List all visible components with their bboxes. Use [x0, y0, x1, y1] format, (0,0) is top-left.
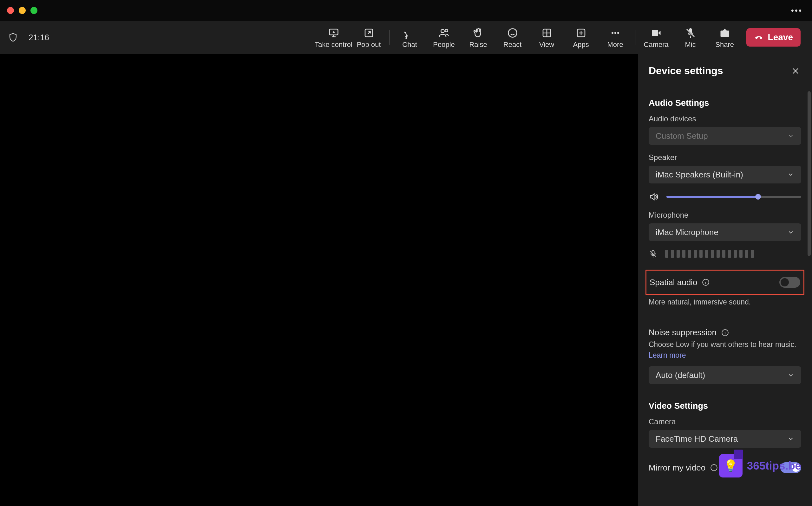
chevron-down-icon [787, 171, 794, 178]
pop-out-label: Pop out [357, 40, 381, 49]
panel-scrollbar[interactable] [808, 91, 811, 256]
emoji-icon [507, 27, 518, 39]
meeting-timer: 21:16 [28, 33, 49, 43]
speaker-volume-icon[interactable] [649, 192, 659, 202]
more-label: More [607, 40, 623, 49]
info-icon[interactable] [701, 278, 710, 286]
react-button[interactable]: React [495, 24, 530, 51]
camera-toggle-button[interactable]: Camera [639, 24, 673, 51]
minimize-window-button[interactable] [19, 7, 26, 14]
chevron-down-icon [787, 372, 794, 378]
microphone-label: Microphone [649, 211, 801, 220]
speaker-value: iMac Speakers (Built-in) [656, 170, 743, 180]
spatial-audio-label: Spatial audio [650, 277, 697, 287]
mic-level-meter [665, 250, 754, 258]
info-icon[interactable] [710, 463, 718, 472]
grid-icon [541, 27, 552, 39]
chevron-down-icon [787, 435, 794, 442]
raise-hand-button[interactable]: Raise [461, 24, 495, 51]
meeting-toolbar: 21:16 Take control Pop out Chat People R… [0, 21, 812, 54]
video-stage [0, 54, 637, 506]
pop-out-button[interactable]: Pop out [352, 24, 386, 51]
noise-desc-text: Choose Low if you want others to hear mu… [649, 340, 796, 348]
camera-label: Camera [644, 40, 668, 49]
watermark: 💡 365tips.be [719, 454, 801, 478]
share-button[interactable]: Share [707, 24, 742, 51]
chevron-down-icon [787, 133, 794, 140]
close-icon[interactable] [791, 67, 800, 75]
svg-point-2 [441, 29, 445, 33]
shield-icon[interactable] [8, 32, 18, 43]
window-titlebar: ••• [0, 0, 812, 21]
mic-level-row [649, 249, 801, 258]
mic-toggle-button[interactable]: Mic [673, 24, 707, 51]
camera-value: FaceTime HD Camera [656, 434, 738, 444]
audio-section-title: Audio Settings [649, 98, 801, 108]
leave-label: Leave [768, 32, 793, 43]
chat-label: Chat [402, 40, 417, 49]
titlebar-more-icon[interactable]: ••• [791, 6, 803, 15]
people-button[interactable]: People [427, 24, 461, 51]
maximize-window-button[interactable] [30, 7, 38, 14]
audio-devices-select[interactable]: Custom Setup [649, 127, 801, 145]
chevron-down-icon [787, 229, 794, 236]
microphone-select[interactable]: iMac Microphone [649, 223, 801, 241]
panel-body: Audio Settings Audio devices Custom Setu… [638, 88, 812, 506]
svg-point-3 [445, 29, 448, 32]
pop-out-icon [363, 27, 375, 39]
apps-label: Apps [573, 40, 589, 49]
slider-thumb[interactable] [755, 194, 761, 199]
mic-muted-icon[interactable] [649, 249, 658, 258]
svg-point-8 [614, 32, 616, 34]
react-label: React [503, 40, 522, 49]
device-settings-panel: Device settings Audio Settings Audio dev… [637, 54, 812, 506]
speaker-volume-slider[interactable] [666, 196, 801, 198]
raise-hand-icon [473, 27, 484, 39]
take-control-button[interactable]: Take control [316, 24, 352, 51]
camera-select[interactable]: FaceTime HD Camera [649, 430, 801, 448]
view-button[interactable]: View [530, 24, 564, 51]
chat-button[interactable]: Chat [393, 24, 427, 51]
share-label: Share [715, 40, 734, 49]
speaker-volume-row [649, 192, 801, 202]
microphone-value: iMac Microphone [656, 228, 719, 237]
content-area: Device settings Audio Settings Audio dev… [0, 54, 812, 506]
panel-title: Device settings [649, 65, 723, 77]
noise-suppression-label: Noise suppression [649, 328, 717, 337]
audio-devices-label: Audio devices [649, 114, 801, 123]
hangup-icon [754, 33, 763, 42]
info-icon[interactable] [721, 329, 729, 337]
video-section-title: Video Settings [649, 401, 801, 411]
svg-point-7 [612, 32, 613, 34]
panel-header: Device settings [638, 54, 812, 88]
noise-suppression-select[interactable]: Auto (default) [649, 366, 801, 384]
lightbulb-icon: 💡 [724, 459, 738, 473]
view-label: View [539, 40, 554, 49]
audio-devices-value: Custom Setup [656, 131, 708, 141]
spatial-audio-row: Spatial audio [646, 270, 804, 295]
spatial-audio-desc: More natural, immersive sound. [649, 297, 801, 307]
camera-label: Camera [649, 417, 801, 426]
ellipsis-icon [610, 27, 621, 39]
noise-suppression-desc: Choose Low if you want others to hear mu… [649, 339, 801, 360]
share-tray-icon [719, 27, 731, 39]
slider-fill [666, 196, 758, 198]
spatial-audio-toggle[interactable] [779, 277, 800, 288]
watermark-logo: 💡 [719, 454, 743, 478]
mic-label: Mic [685, 40, 695, 49]
learn-more-link[interactable]: Learn more [649, 351, 686, 359]
traffic-lights [7, 7, 38, 14]
speaker-select[interactable]: iMac Speakers (Built-in) [649, 166, 801, 183]
people-label: People [433, 40, 455, 49]
close-window-button[interactable] [7, 7, 14, 14]
watermark-text: 365tips.be [747, 459, 801, 472]
more-button[interactable]: More [598, 24, 632, 51]
mic-off-icon [685, 27, 696, 39]
speaker-label: Speaker [649, 153, 801, 162]
apps-button[interactable]: Apps [564, 24, 598, 51]
take-control-label: Take control [315, 40, 352, 49]
leave-button[interactable]: Leave [746, 28, 801, 47]
noise-suppression-row: Noise suppression [649, 321, 801, 339]
apps-icon [576, 27, 587, 39]
svg-point-4 [508, 29, 517, 37]
